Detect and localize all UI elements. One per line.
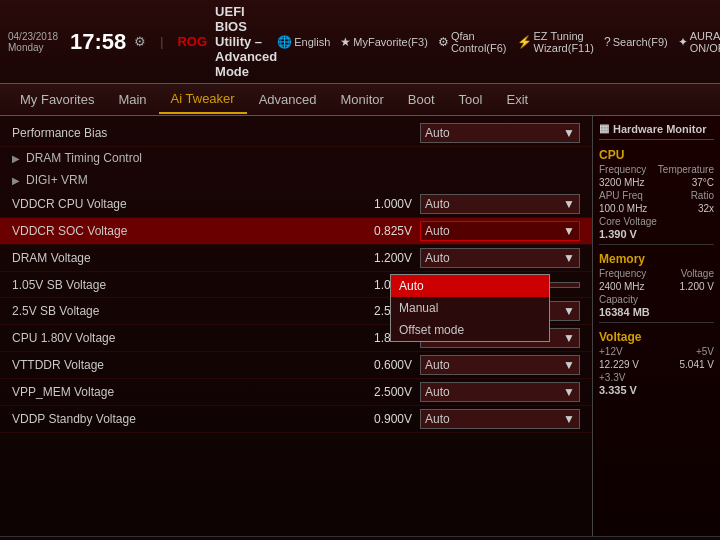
- vpp-mem-dropdown[interactable]: Auto ▼: [420, 382, 580, 402]
- sb-voltage-105-label: 1.05V SB Voltage: [12, 278, 342, 292]
- sb-voltage-25-label: 2.5V SB Voltage: [12, 304, 342, 318]
- hw-cpu-freq-label: Frequency: [599, 164, 646, 175]
- hw-33v-value: 3.335 V: [599, 383, 714, 397]
- vddp-standby-dropdown[interactable]: Auto ▼: [420, 409, 580, 429]
- hw-cpu-temp-value: 37°C: [692, 177, 714, 188]
- vddp-standby-dropdown-arrow: ▼: [563, 412, 575, 426]
- my-favorite-button[interactable]: ★ MyFavorite(F3): [340, 35, 428, 49]
- header-bar: 04/23/2018 Monday 17:58 ⚙ | ROG UEFI BIO…: [0, 0, 720, 84]
- vddcr-cpu-value: 1.000V: [342, 197, 412, 211]
- search-button[interactable]: ? Search(F9): [604, 35, 668, 49]
- search-label: Search(F9): [613, 36, 668, 48]
- cpu-180v-label: CPU 1.80V Voltage: [12, 331, 342, 345]
- nav-boot[interactable]: Boot: [396, 86, 447, 113]
- hw-mem-freq-label: Frequency: [599, 268, 646, 279]
- vddcr-soc-dropdown-arrow: ▼: [563, 224, 575, 238]
- hw-5v-label: +5V: [696, 346, 714, 357]
- vpp-mem-value: 2.500V: [342, 385, 412, 399]
- digi-vrm-section[interactable]: ▶ DIGI+ VRM: [0, 169, 592, 191]
- header-icons: 🌐 English ★ MyFavorite(F3) ⚙ Qfan Contro…: [277, 30, 720, 54]
- hw-memory-divider: [599, 322, 714, 323]
- dropdown-auto-option[interactable]: Auto: [391, 275, 549, 297]
- hw-monitor-panel: ▦ Hardware Monitor CPU Frequency Tempera…: [592, 116, 720, 536]
- hw-mem-voltage-value: 1.200 V: [680, 281, 714, 292]
- dram-voltage-value: 1.200V: [342, 251, 412, 265]
- ez-tuning-button[interactable]: ⚡ EZ Tuning Wizard(F11): [517, 30, 595, 54]
- header-title: UEFI BIOS Utility – Advanced Mode: [215, 4, 277, 79]
- dram-voltage-label: DRAM Voltage: [12, 251, 342, 265]
- nav-monitor[interactable]: Monitor: [329, 86, 396, 113]
- vddcr-cpu-dropdown-value: Auto: [425, 197, 450, 211]
- vttddr-dropdown-value: Auto: [425, 358, 450, 372]
- ez-tuning-label: EZ Tuning Wizard(F11): [534, 30, 595, 54]
- hw-ratio-label: Ratio: [691, 190, 714, 201]
- header-day: Monday: [8, 42, 58, 53]
- aura-label: AURA ON/OFF(F4): [690, 30, 720, 54]
- nav-tool[interactable]: Tool: [447, 86, 495, 113]
- aura-button[interactable]: ✦ AURA ON/OFF(F4): [678, 30, 720, 54]
- dram-timing-arrow: ▶: [12, 153, 20, 164]
- nav-main[interactable]: Main: [106, 86, 158, 113]
- search-icon: ?: [604, 35, 611, 49]
- vttddr-dropdown-arrow: ▼: [563, 358, 575, 372]
- rog-logo: ROG: [177, 34, 207, 49]
- hw-mem-freq-voltage-values: 2400 MHz 1.200 V: [599, 281, 714, 292]
- hw-capacity-value: 16384 MB: [599, 305, 714, 319]
- tooltip-bar: i VDDCR SOC Voltage: [0, 536, 720, 540]
- nav-my-favorites[interactable]: My Favorites: [8, 86, 106, 113]
- hw-monitor-title: ▦ Hardware Monitor: [599, 120, 714, 140]
- dram-voltage-row: DRAM Voltage 1.200V Auto ▼: [0, 245, 592, 272]
- hw-cpu-freq-temp-values: 3200 MHz 37°C: [599, 177, 714, 188]
- digi-vrm-arrow: ▶: [12, 175, 20, 186]
- vddcr-soc-dropdown-popup: Auto Manual Offset mode: [390, 274, 550, 342]
- vddcr-soc-dropdown[interactable]: Auto ▼: [420, 221, 580, 241]
- vddcr-cpu-dropdown[interactable]: Auto ▼: [420, 194, 580, 214]
- dram-timing-section[interactable]: ▶ DRAM Timing Control: [0, 147, 592, 169]
- main-area: Performance Bias Auto ▼ ▶ DRAM Timing Co…: [0, 116, 720, 536]
- qfan-button[interactable]: ⚙ Qfan Control(F6): [438, 30, 507, 54]
- hw-apu-freq-ratio-labels: APU Freq Ratio: [599, 190, 714, 201]
- hw-cpu-divider: [599, 244, 714, 245]
- hw-monitor-icon: ▦: [599, 122, 609, 135]
- vpp-mem-label: VPP_MEM Voltage: [12, 385, 342, 399]
- fan-icon: ⚙: [438, 35, 449, 49]
- favorite-icon: ★: [340, 35, 351, 49]
- vddcr-soc-dropdown-value: Auto: [425, 224, 450, 238]
- favorite-label: MyFavorite(F3): [353, 36, 428, 48]
- nav-advanced[interactable]: Advanced: [247, 86, 329, 113]
- nav-exit[interactable]: Exit: [494, 86, 540, 113]
- hw-12v-value: 12.229 V: [599, 359, 639, 370]
- hw-core-voltage-label: Core Voltage: [599, 216, 714, 227]
- performance-bias-label: Performance Bias: [12, 126, 420, 140]
- header-date: 04/23/2018: [8, 31, 58, 42]
- header-datetime: 04/23/2018 Monday: [8, 31, 58, 53]
- performance-bias-arrow: ▼: [563, 126, 575, 140]
- dram-voltage-dropdown-value: Auto: [425, 251, 450, 265]
- vpp-mem-row: VPP_MEM Voltage 2.500V Auto ▼: [0, 379, 592, 406]
- dropdown-manual-option[interactable]: Manual: [391, 297, 549, 319]
- qfan-label: Qfan Control(F6): [451, 30, 507, 54]
- vddcr-soc-label: VDDCR SOC Voltage: [12, 224, 342, 238]
- performance-bias-dropdown[interactable]: Auto ▼: [420, 123, 580, 143]
- ez-tuning-icon: ⚡: [517, 35, 532, 49]
- dram-timing-label: DRAM Timing Control: [26, 151, 142, 165]
- vddcr-cpu-row: VDDCR CPU Voltage 1.000V Auto ▼: [0, 191, 592, 218]
- aura-icon: ✦: [678, 35, 688, 49]
- nav-bar: My Favorites Main Ai Tweaker Advanced Mo…: [0, 84, 720, 116]
- vpp-mem-dropdown-arrow: ▼: [563, 385, 575, 399]
- cpu-180v-dropdown-arrow: ▼: [563, 331, 575, 345]
- header-left: 04/23/2018 Monday 17:58 ⚙ | ROG UEFI BIO…: [8, 4, 277, 79]
- dropdown-offset-option[interactable]: Offset mode: [391, 319, 549, 341]
- performance-bias-value: Auto: [425, 126, 450, 140]
- vddp-standby-label: VDDP Standby Voltage: [12, 412, 342, 426]
- nav-ai-tweaker[interactable]: Ai Tweaker: [159, 85, 247, 114]
- language-button[interactable]: 🌐 English: [277, 35, 330, 49]
- gear-icon: ⚙: [134, 34, 146, 49]
- hw-apu-freq-value: 100.0 MHz: [599, 203, 647, 214]
- hw-5v-value: 5.041 V: [680, 359, 714, 370]
- hw-core-voltage-value: 1.390 V: [599, 227, 714, 241]
- hw-cpu-freq-value: 3200 MHz: [599, 177, 645, 188]
- dram-voltage-dropdown-arrow: ▼: [563, 251, 575, 265]
- dram-voltage-dropdown[interactable]: Auto ▼: [420, 248, 580, 268]
- vttddr-dropdown[interactable]: Auto ▼: [420, 355, 580, 375]
